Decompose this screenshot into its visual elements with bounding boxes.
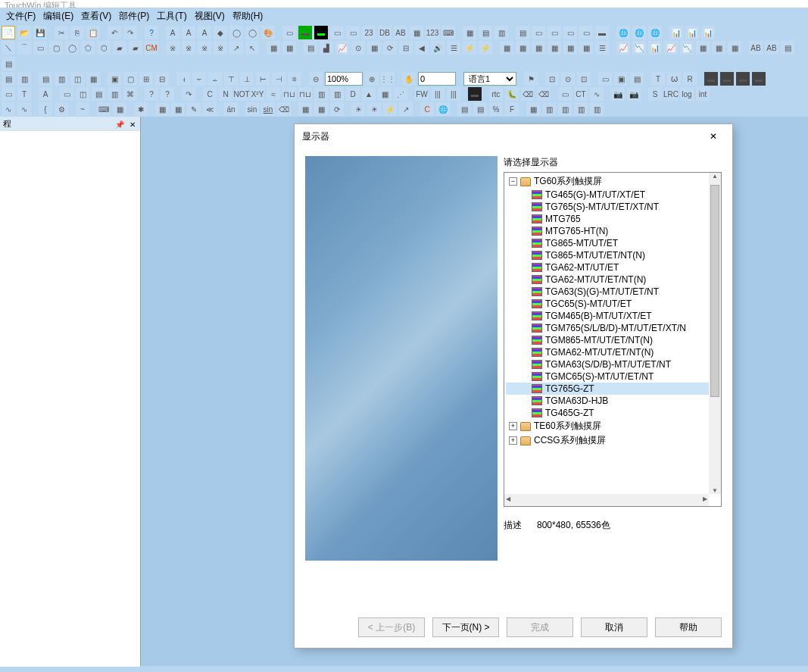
- lang-select[interactable]: 语言1: [463, 72, 516, 86]
- meter-icon[interactable]: ⊙: [351, 41, 365, 55]
- gem-icon[interactable]: ◆: [214, 26, 227, 39]
- p5-icon[interactable]: ▥: [542, 102, 556, 116]
- tree-group-te60[interactable]: +TE60系列触摸屏: [506, 419, 719, 433]
- rect-icon[interactable]: ▭: [33, 41, 47, 55]
- num-input[interactable]: [418, 72, 456, 86]
- cam2-icon[interactable]: 📷: [627, 87, 641, 101]
- fw-icon[interactable]: FW: [415, 87, 429, 101]
- s-letter-icon[interactable]: S: [648, 87, 662, 101]
- t2-icon[interactable]: ▦: [171, 102, 185, 116]
- plug-icon[interactable]: ⚡: [463, 41, 476, 55]
- trend5-icon[interactable]: 📉: [680, 41, 694, 55]
- btn-1-icon[interactable]: ▭: [282, 26, 296, 39]
- trend1-icon[interactable]: 📈: [616, 41, 630, 55]
- trend8-icon[interactable]: ▦: [728, 41, 741, 55]
- x2-icon[interactable]: ※: [182, 41, 195, 55]
- db-icon[interactable]: DB: [378, 26, 392, 39]
- s6-icon[interactable]: ▤: [92, 87, 105, 101]
- circle-icon[interactable]: ◯: [229, 26, 243, 39]
- dk2-icon[interactable]: ▬: [720, 72, 734, 86]
- ellipse-icon[interactable]: ◯: [65, 41, 79, 55]
- m1-icon[interactable]: ▦: [500, 41, 513, 55]
- curve2-icon[interactable]: ∿: [17, 102, 31, 116]
- font-t-icon[interactable]: T: [651, 72, 665, 86]
- s5-icon[interactable]: ◫: [76, 87, 89, 101]
- num123-icon[interactable]: 123: [426, 26, 439, 39]
- grid2-icon[interactable]: ▦: [463, 26, 476, 39]
- tree-item[interactable]: TGM765(S/L/B/D)-MT/UT/ET/XT/N: [506, 322, 719, 334]
- m2-icon[interactable]: ▦: [516, 41, 529, 55]
- paste-icon[interactable]: 📋: [86, 26, 100, 39]
- o1-icon[interactable]: ▦: [298, 102, 312, 116]
- q2-icon[interactable]: ?: [161, 87, 174, 101]
- f-icon[interactable]: F: [505, 102, 519, 116]
- not-icon[interactable]: NOT: [235, 87, 248, 101]
- wave-icon[interactable]: ≈: [267, 87, 280, 101]
- group-icon[interactable]: ⊞: [139, 72, 153, 86]
- tree-item[interactable]: TGMA63(S/D/B)-MT/UT/ET/NT: [506, 358, 719, 370]
- save-icon[interactable]: 💾: [33, 26, 47, 39]
- undo-icon[interactable]: ↶: [108, 26, 121, 39]
- new-icon[interactable]: 📄: [2, 26, 15, 39]
- y2-icon[interactable]: ▦: [282, 41, 296, 55]
- back-icon[interactable]: ▢: [123, 72, 137, 86]
- dk3-icon[interactable]: ▬: [736, 72, 750, 86]
- tree-item[interactable]: TG465G-ZT: [506, 407, 719, 419]
- align6-icon[interactable]: ▦: [86, 72, 100, 86]
- al7-icon[interactable]: ⊣: [272, 72, 285, 86]
- tree-item[interactable]: TGA63(S)(G)-MT/UT/ET/NT: [506, 286, 719, 298]
- scrollbar-horizontal[interactable]: [504, 494, 709, 506]
- tree-item[interactable]: TG865-MT/UT/ET/NT(N): [506, 249, 719, 261]
- tilde-icon[interactable]: ~: [76, 102, 89, 116]
- kb-icon[interactable]: ⌨: [97, 102, 111, 116]
- wheel-icon[interactable]: ⚙: [55, 102, 68, 116]
- s7-icon[interactable]: ▥: [108, 87, 121, 101]
- menu-file[interactable]: 文件(F): [3, 9, 39, 23]
- trend6-icon[interactable]: ▦: [696, 41, 710, 55]
- list-icon[interactable]: ☰: [447, 41, 460, 55]
- palette-icon[interactable]: 🎨: [261, 26, 275, 39]
- rrect-icon[interactable]: ▢: [49, 41, 63, 55]
- chart4-icon[interactable]: ▭: [563, 26, 577, 39]
- btn-2-icon[interactable]: ▬: [298, 26, 312, 39]
- q1-icon[interactable]: ?: [145, 87, 158, 101]
- font-w-icon[interactable]: Ѡ: [667, 72, 681, 86]
- p3-icon[interactable]: %: [489, 102, 503, 116]
- fill-icon[interactable]: ▰: [113, 41, 126, 55]
- btn-4-icon[interactable]: ▭: [330, 26, 344, 39]
- expander-icon[interactable]: +: [509, 436, 517, 445]
- zoom-input[interactable]: [325, 72, 363, 86]
- chart3-icon[interactable]: ▭: [548, 26, 561, 39]
- align3-icon[interactable]: ▤: [39, 72, 52, 86]
- s3-icon[interactable]: A: [39, 87, 52, 101]
- sel1-icon[interactable]: ⊡: [545, 72, 559, 86]
- o6-icon[interactable]: ⚡: [383, 102, 397, 116]
- v1-icon[interactable]: ▭: [598, 72, 612, 86]
- c-icon[interactable]: C: [203, 87, 217, 101]
- pulse2-icon[interactable]: ⊓⊔: [298, 87, 312, 101]
- int-icon[interactable]: int: [696, 87, 710, 101]
- s2-icon[interactable]: T: [17, 87, 31, 101]
- trend4-icon[interactable]: 📈: [664, 41, 678, 55]
- scrollbar-vertical[interactable]: [709, 173, 721, 494]
- text-a2-icon[interactable]: A: [182, 26, 195, 39]
- al8-icon[interactable]: ≡: [288, 72, 301, 86]
- tri-icon[interactable]: ▲: [362, 87, 376, 101]
- redo-icon[interactable]: ↷: [123, 26, 137, 39]
- poly-icon[interactable]: ⬠: [81, 41, 95, 55]
- m5-icon[interactable]: ▦: [563, 41, 577, 55]
- trend2-icon[interactable]: 📉: [632, 41, 646, 55]
- block-icon[interactable]: ▰: [129, 41, 142, 55]
- al5-icon[interactable]: ⊥: [240, 72, 254, 86]
- layer-icon[interactable]: ▤: [781, 41, 794, 55]
- open-icon[interactable]: 📂: [17, 26, 31, 39]
- line-icon[interactable]: ＼: [2, 41, 15, 55]
- globe1-icon[interactable]: 🌐: [616, 26, 630, 39]
- tree-group-ccsg[interactable]: +CCSG系列触摸屏: [506, 433, 719, 448]
- del2-icon[interactable]: ⌫: [537, 87, 551, 101]
- menu-tool[interactable]: 工具(T): [154, 9, 189, 23]
- al1-icon[interactable]: ⫞: [176, 72, 190, 86]
- tree-item[interactable]: TGMA62-MT/UT/ET/NT(N): [506, 346, 719, 358]
- align5-icon[interactable]: ◫: [70, 72, 84, 86]
- p2-icon[interactable]: ▤: [473, 102, 487, 116]
